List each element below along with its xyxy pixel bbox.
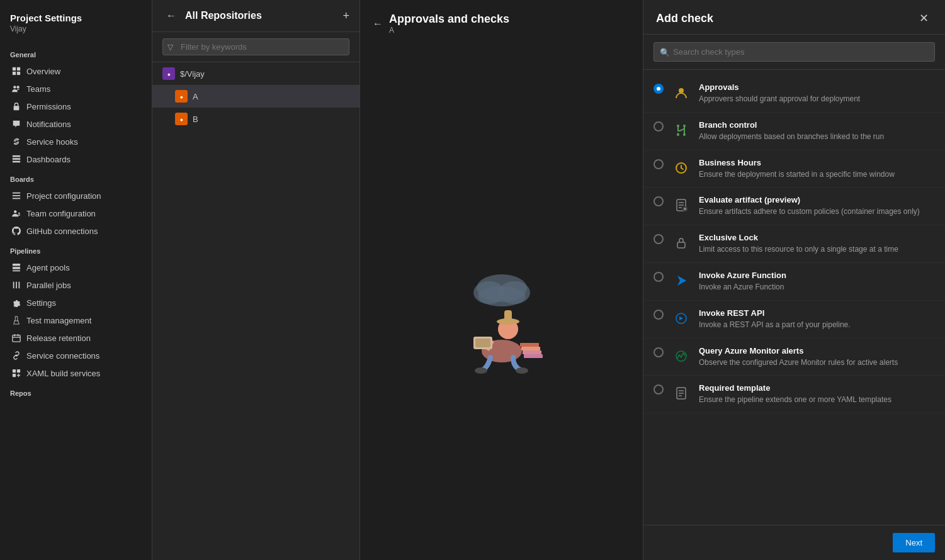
filter-input[interactable] xyxy=(162,38,349,55)
repo-group-vijay[interactable]: ⬥ $/Vijay xyxy=(152,62,359,85)
link2-icon xyxy=(11,350,21,361)
check-item-business-hours[interactable]: Business HoursEnsure the deployment is s… xyxy=(643,150,945,188)
check-item-approvals[interactable]: ApprovalsApprovers should grant approval… xyxy=(643,75,945,113)
sidebar-item-permissions[interactable]: Permissions xyxy=(0,98,152,115)
sidebar-item-teams[interactable]: Teams xyxy=(0,80,152,98)
check-content-query-azure-monitor: Query Azure Monitor alertsObserve the co… xyxy=(699,346,935,368)
close-button[interactable]: ✕ xyxy=(915,10,932,26)
check-item-evaluate-artifact[interactable]: Evaluate artifact (preview)Ensure artifa… xyxy=(643,188,945,225)
check-content-branch-control: Branch controlAllow deployments based on… xyxy=(699,120,935,142)
search-icon: 🔍 xyxy=(660,47,670,57)
svg-point-5 xyxy=(16,86,19,88)
sidebar-item-github-label: GitHub connections xyxy=(26,227,98,236)
svg-rect-2 xyxy=(13,72,16,75)
add-repo-button[interactable]: + xyxy=(342,9,349,23)
check-item-required-template[interactable]: Required templateEnsure the pipeline ext… xyxy=(643,376,945,413)
svg-rect-12 xyxy=(13,198,20,199)
approvals-back-button[interactable]: ← xyxy=(373,18,383,30)
section-label-pipelines: Pipelines xyxy=(0,240,152,259)
sidebar-item-settings[interactable]: Settings xyxy=(0,294,152,311)
repo-icon-a: ⬥ xyxy=(175,90,188,103)
svg-point-13 xyxy=(14,210,16,213)
svg-rect-19 xyxy=(16,282,17,289)
sidebar-item-agent-pools[interactable]: Agent pools xyxy=(0,259,152,276)
svg-rect-21 xyxy=(13,335,20,342)
check-radio-invoke-rest-api[interactable] xyxy=(654,310,664,320)
svg-point-52 xyxy=(676,351,686,361)
back-button[interactable]: ← xyxy=(162,9,180,23)
check-radio-branch-control[interactable] xyxy=(654,121,664,132)
approvals-subtitle: A xyxy=(389,26,509,35)
sidebar-item-service-connections[interactable]: Service connections xyxy=(0,347,152,364)
check-item-invoke-azure-function[interactable]: Invoke Azure FunctionInvoke an Azure Fun… xyxy=(643,263,945,301)
check-radio-query-azure-monitor[interactable] xyxy=(654,347,664,357)
check-icon-branch-control xyxy=(671,120,691,140)
section-label-repos: Repos xyxy=(0,382,152,401)
check-radio-exclusive-lock[interactable] xyxy=(654,234,664,244)
check-item-invoke-rest-api[interactable]: Invoke REST APIInvoke a REST API as a pa… xyxy=(643,301,945,339)
check-name-required-template: Required template xyxy=(699,383,935,393)
approvals-empty-state xyxy=(420,85,584,547)
sidebar-item-notifications[interactable]: Notifications xyxy=(0,115,152,133)
people-icon xyxy=(11,84,21,94)
add-check-header: Add check ✕ xyxy=(643,0,945,35)
svg-rect-23 xyxy=(17,369,20,372)
repo-item-b[interactable]: ⬥ B xyxy=(152,108,359,130)
check-item-query-azure-monitor[interactable]: Query Azure Monitor alertsObserve the co… xyxy=(643,339,945,376)
check-item-exclusive-lock[interactable]: Exclusive LockLimit access to this resou… xyxy=(643,225,945,263)
sidebar-item-team-config[interactable]: Team configuration xyxy=(0,204,152,222)
sidebar-item-xaml-build-label: XAML build services xyxy=(26,369,100,378)
check-radio-invoke-azure-function[interactable] xyxy=(654,272,664,282)
check-radio-evaluate-artifact[interactable] xyxy=(654,196,664,206)
sidebar-item-dashboards[interactable]: Dashboards xyxy=(0,150,152,168)
sidebar-item-permissions-label: Permissions xyxy=(26,102,71,111)
lock-icon xyxy=(11,101,21,111)
svg-rect-11 xyxy=(13,195,20,196)
sidebar-item-xaml-build[interactable]: XAML build services xyxy=(0,364,152,382)
check-item-branch-control[interactable]: Branch controlAllow deployments based on… xyxy=(643,113,945,150)
svg-rect-37 xyxy=(524,354,543,358)
svg-rect-6 xyxy=(14,106,20,110)
check-list: ApprovalsApprovers should grant approval… xyxy=(643,70,945,525)
sidebar-item-overview-label: Overview xyxy=(26,67,60,76)
check-content-business-hours: Business HoursEnsure the deployment is s… xyxy=(699,158,935,180)
sidebar-item-github-connections[interactable]: GitHub connections xyxy=(0,222,152,240)
check-icon-invoke-rest-api xyxy=(671,308,691,328)
settings-icon xyxy=(11,191,21,201)
svg-rect-38 xyxy=(523,350,541,354)
empty-illustration xyxy=(420,254,584,379)
sidebar-item-release-retention[interactable]: Release retention xyxy=(0,329,152,347)
next-button[interactable]: Next xyxy=(893,533,935,552)
sidebar-item-overview[interactable]: Overview xyxy=(0,62,152,80)
check-desc-evaluate-artifact: Ensure artifacts adhere to custom polici… xyxy=(699,206,935,217)
server-icon xyxy=(11,262,21,272)
sidebar-item-parallel-jobs[interactable]: Parallel jobs xyxy=(0,276,152,294)
check-icon-evaluate-artifact xyxy=(671,195,691,215)
svg-point-43 xyxy=(677,133,679,136)
sidebar-item-test-management[interactable]: Test management xyxy=(0,311,152,329)
sidebar-item-service-hooks[interactable]: Service hooks xyxy=(0,133,152,150)
svg-point-36 xyxy=(516,367,528,374)
sidebar-item-teams-label: Teams xyxy=(26,84,50,94)
sidebar-item-test-management-label: Test management xyxy=(26,316,91,325)
check-content-invoke-azure-function: Invoke Azure FunctionInvoke an Azure Fun… xyxy=(699,271,935,293)
sidebar-item-settings-label: Settings xyxy=(26,298,56,308)
check-radio-approvals[interactable] xyxy=(654,84,664,94)
svg-rect-8 xyxy=(13,158,20,160)
check-desc-approvals: Approvers should grant approval for depl… xyxy=(699,94,935,104)
check-radio-business-hours[interactable] xyxy=(654,159,664,169)
search-input[interactable] xyxy=(654,42,935,62)
check-desc-business-hours: Ensure the deployment is started in a sp… xyxy=(699,169,935,180)
section-label-general: General xyxy=(0,43,152,62)
sidebar-item-parallel-jobs-label: Parallel jobs xyxy=(26,281,71,290)
check-radio-required-template[interactable] xyxy=(654,384,664,395)
sidebar-item-project-config[interactable]: Project configuration xyxy=(0,187,152,204)
repo-item-a[interactable]: ⬥ A xyxy=(152,85,359,108)
svg-point-42 xyxy=(677,125,679,127)
check-name-approvals: Approvals xyxy=(699,82,935,92)
svg-rect-40 xyxy=(520,343,539,347)
check-content-approvals: ApprovalsApprovers should grant approval… xyxy=(699,82,935,104)
repo-panel-header: ← All Repositories + xyxy=(152,0,359,32)
svg-rect-17 xyxy=(13,270,20,271)
check-content-required-template: Required templateEnsure the pipeline ext… xyxy=(699,383,935,405)
